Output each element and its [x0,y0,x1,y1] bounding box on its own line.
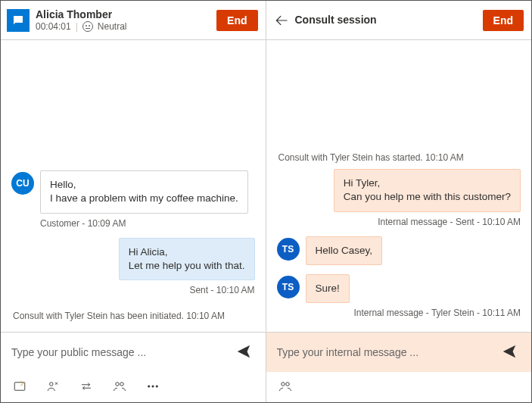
end-consult-button[interactable]: End [483,10,524,31]
add-people-icon[interactable] [277,378,294,395]
consult-composer-toolbar [266,372,532,402]
consult-message-list: Consult with Tyler Stein has started. 10… [266,40,532,332]
internal-out-meta: Internal message - Sent - 10:10 AM [277,217,521,227]
chat-icon [7,9,30,32]
more-actions-icon[interactable] [145,378,161,395]
customer-chat-header: Alicia Thomber 00:04:01 | Neutral End [1,1,266,40]
agent-message-bubble: Hi Alicia, Let me help you with that. [119,238,255,280]
end-chat-button[interactable]: End [216,10,257,31]
consult-header: Consult session End [266,1,532,40]
consultant-avatar: TS [277,276,300,298]
public-message-input[interactable] [11,339,226,366]
consult-initiated-message: Consult with Tyler Stein has been initia… [13,311,255,321]
customer-avatar: CU [11,172,34,195]
svg-point-2 [116,383,120,386]
consult-session-pane: Consult session End Consult with Tyler S… [266,1,532,402]
back-button[interactable] [272,10,295,31]
customer-message-bubble: Hello, I have a problem with my coffee m… [40,170,248,213]
quick-replies-icon[interactable] [11,378,28,395]
consult-title: Consult session [295,14,477,27]
add-people-icon[interactable] [111,378,128,395]
customer-message-meta: Customer - 10:09 AM [40,218,255,229]
separator: | [76,21,78,32]
composer-toolbar [1,372,266,402]
send-public-button[interactable] [232,340,255,365]
consultant-message-row: TS Hello Casey, [277,236,521,265]
transfer-icon[interactable] [78,378,95,395]
svg-point-3 [120,383,124,386]
svg-point-5 [152,386,154,387]
svg-point-7 [281,383,285,386]
internal-message-input[interactable] [277,339,493,366]
consultant-message-bubble: Sure! [306,274,350,303]
internal-out-bubble: Hi Tyler, Can you help me with this cust… [334,169,521,211]
customer-message-list: CU Hello, I have a problem with my coffe… [1,40,266,332]
agent-message-meta: Sent - 10:10 AM [11,285,255,295]
agent-message-row: Hi Alicia, Let me help you with that. [11,238,255,280]
send-internal-button[interactable] [498,340,521,365]
customer-name: Alicia Thomber [36,8,210,21]
svg-point-1 [50,383,54,386]
svg-point-4 [148,386,150,387]
consultant-message-meta: Internal message - Tyler Stein - 10:11 A… [306,308,521,318]
public-composer [1,333,266,372]
session-timer: 00:04:01 [36,21,71,32]
customer-chat-pane: Alicia Thomber 00:04:01 | Neutral End CU… [1,1,266,402]
customer-message-row: CU Hello, I have a problem with my coffe… [11,170,255,213]
svg-point-6 [156,386,157,387]
sentiment-label: Neutral [98,21,127,32]
sentiment-neutral-icon [82,21,93,32]
internal-composer [266,333,532,372]
consult-started-message: Consult with Tyler Stein has started. 10… [278,152,521,163]
consult-icon[interactable] [45,378,61,395]
svg-point-8 [285,383,289,386]
internal-out-row: Hi Tyler, Can you help me with this cust… [277,169,521,211]
consultant-message-row: TS Sure! [277,274,521,303]
consultant-message-bubble: Hello Casey, [306,236,383,265]
consultant-avatar: TS [277,238,300,261]
